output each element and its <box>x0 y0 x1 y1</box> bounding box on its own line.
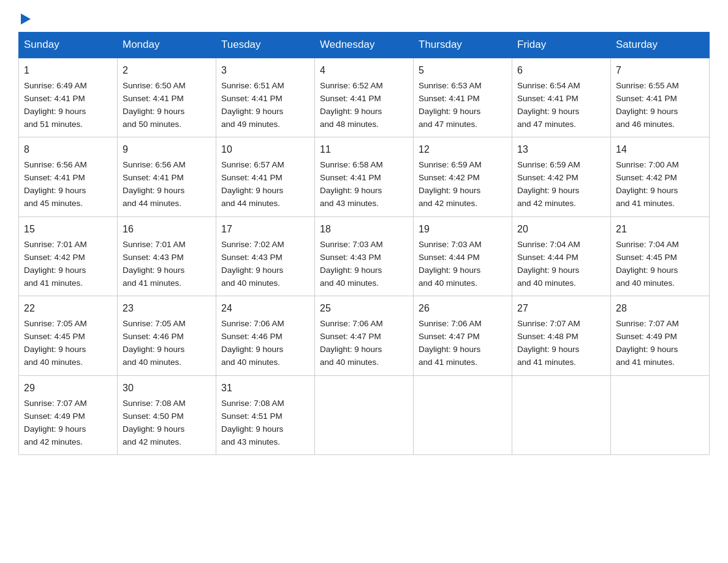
calendar-day-cell: 11Sunrise: 6:58 AMSunset: 4:41 PMDayligh… <box>315 137 414 216</box>
day-number: 3 <box>221 63 309 79</box>
day-number: 19 <box>419 222 507 237</box>
day-number: 30 <box>123 381 211 396</box>
day-number: 10 <box>221 142 309 158</box>
calendar-day-cell: 26Sunrise: 7:06 AMSunset: 4:47 PMDayligh… <box>414 296 512 375</box>
day-number: 4 <box>320 63 408 79</box>
calendar-day-cell: 21Sunrise: 7:04 AMSunset: 4:45 PMDayligh… <box>611 216 710 296</box>
calendar-day-header: Thursday <box>414 33 512 58</box>
day-number: 20 <box>517 222 605 237</box>
calendar-day-cell: 18Sunrise: 7:03 AMSunset: 4:43 PMDayligh… <box>315 216 414 296</box>
day-number: 5 <box>419 63 507 79</box>
page-header <box>18 12 710 26</box>
calendar-day-cell: 19Sunrise: 7:03 AMSunset: 4:44 PMDayligh… <box>414 216 512 296</box>
calendar-day-header: Saturday <box>611 33 710 58</box>
day-number: 23 <box>123 301 211 316</box>
calendar-day-cell: 15Sunrise: 7:01 AMSunset: 4:42 PMDayligh… <box>19 216 118 296</box>
calendar-week-row: 8Sunrise: 6:56 AMSunset: 4:41 PMDaylight… <box>19 137 710 216</box>
calendar-day-cell: 12Sunrise: 6:59 AMSunset: 4:42 PMDayligh… <box>414 137 512 216</box>
calendar-day-cell: 24Sunrise: 7:06 AMSunset: 4:46 PMDayligh… <box>216 296 315 375</box>
calendar-day-cell <box>611 375 710 454</box>
calendar-day-cell <box>315 375 414 454</box>
day-number: 26 <box>419 301 507 316</box>
day-number: 22 <box>24 301 112 316</box>
logo <box>18 12 32 26</box>
day-number: 28 <box>616 301 704 316</box>
day-number: 7 <box>616 63 704 79</box>
day-number: 31 <box>221 381 309 396</box>
calendar-header-row: SundayMondayTuesdayWednesdayThursdayFrid… <box>19 33 710 58</box>
calendar-week-row: 22Sunrise: 7:05 AMSunset: 4:45 PMDayligh… <box>19 296 710 375</box>
calendar-day-header: Sunday <box>19 33 118 58</box>
day-number: 12 <box>419 142 507 158</box>
day-number: 24 <box>221 301 309 316</box>
calendar-day-header: Wednesday <box>315 33 414 58</box>
svg-marker-0 <box>21 13 31 25</box>
day-number: 2 <box>123 63 211 79</box>
day-number: 13 <box>517 142 605 158</box>
calendar-day-cell: 4Sunrise: 6:52 AMSunset: 4:41 PMDaylight… <box>315 58 414 137</box>
logo-flag-icon <box>18 12 32 26</box>
calendar-day-cell: 8Sunrise: 6:56 AMSunset: 4:41 PMDaylight… <box>19 137 118 216</box>
day-number: 17 <box>221 222 309 237</box>
day-number: 25 <box>320 301 408 316</box>
calendar-day-cell: 20Sunrise: 7:04 AMSunset: 4:44 PMDayligh… <box>512 216 611 296</box>
calendar-day-cell <box>512 375 611 454</box>
day-number: 1 <box>24 63 112 79</box>
calendar-day-cell: 23Sunrise: 7:05 AMSunset: 4:46 PMDayligh… <box>118 296 216 375</box>
calendar-day-cell: 6Sunrise: 6:54 AMSunset: 4:41 PMDaylight… <box>512 58 611 137</box>
calendar-day-cell: 30Sunrise: 7:08 AMSunset: 4:50 PMDayligh… <box>118 375 216 454</box>
calendar-week-row: 1Sunrise: 6:49 AMSunset: 4:41 PMDaylight… <box>19 58 710 137</box>
calendar-day-cell: 9Sunrise: 6:56 AMSunset: 4:41 PMDaylight… <box>118 137 216 216</box>
calendar-day-cell: 27Sunrise: 7:07 AMSunset: 4:48 PMDayligh… <box>512 296 611 375</box>
calendar-day-cell: 28Sunrise: 7:07 AMSunset: 4:49 PMDayligh… <box>611 296 710 375</box>
calendar-day-cell: 7Sunrise: 6:55 AMSunset: 4:41 PMDaylight… <box>611 58 710 137</box>
calendar-day-cell: 3Sunrise: 6:51 AMSunset: 4:41 PMDaylight… <box>216 58 315 137</box>
calendar-day-cell: 2Sunrise: 6:50 AMSunset: 4:41 PMDaylight… <box>118 58 216 137</box>
calendar-day-cell: 31Sunrise: 7:08 AMSunset: 4:51 PMDayligh… <box>216 375 315 454</box>
day-number: 29 <box>24 381 112 396</box>
calendar-day-cell: 10Sunrise: 6:57 AMSunset: 4:41 PMDayligh… <box>216 137 315 216</box>
day-number: 6 <box>517 63 605 79</box>
calendar-day-cell: 29Sunrise: 7:07 AMSunset: 4:49 PMDayligh… <box>19 375 118 454</box>
calendar-day-header: Tuesday <box>216 33 315 58</box>
day-number: 14 <box>616 142 704 158</box>
day-number: 21 <box>616 222 704 237</box>
calendar-day-cell: 25Sunrise: 7:06 AMSunset: 4:47 PMDayligh… <box>315 296 414 375</box>
day-number: 11 <box>320 142 408 158</box>
day-number: 8 <box>24 142 112 158</box>
calendar-day-cell: 16Sunrise: 7:01 AMSunset: 4:43 PMDayligh… <box>118 216 216 296</box>
calendar-table: SundayMondayTuesdayWednesdayThursdayFrid… <box>18 32 710 455</box>
calendar-week-row: 29Sunrise: 7:07 AMSunset: 4:49 PMDayligh… <box>19 375 710 454</box>
calendar-week-row: 15Sunrise: 7:01 AMSunset: 4:42 PMDayligh… <box>19 216 710 296</box>
calendar-day-header: Monday <box>118 33 216 58</box>
day-number: 27 <box>517 301 605 316</box>
day-number: 16 <box>123 222 211 237</box>
calendar-day-cell: 17Sunrise: 7:02 AMSunset: 4:43 PMDayligh… <box>216 216 315 296</box>
calendar-day-cell: 1Sunrise: 6:49 AMSunset: 4:41 PMDaylight… <box>19 58 118 137</box>
day-number: 9 <box>123 142 211 158</box>
calendar-day-header: Friday <box>512 33 611 58</box>
day-number: 18 <box>320 222 408 237</box>
calendar-day-cell: 14Sunrise: 7:00 AMSunset: 4:42 PMDayligh… <box>611 137 710 216</box>
calendar-day-cell: 5Sunrise: 6:53 AMSunset: 4:41 PMDaylight… <box>414 58 512 137</box>
calendar-day-cell <box>414 375 512 454</box>
calendar-day-cell: 22Sunrise: 7:05 AMSunset: 4:45 PMDayligh… <box>19 296 118 375</box>
day-number: 15 <box>24 222 112 237</box>
calendar-day-cell: 13Sunrise: 6:59 AMSunset: 4:42 PMDayligh… <box>512 137 611 216</box>
